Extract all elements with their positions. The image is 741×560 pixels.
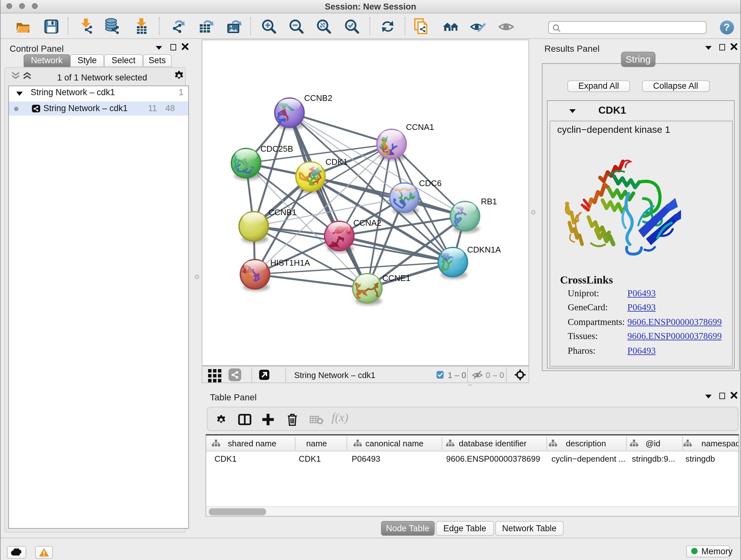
svg-text:CDKN1A: CDKN1A <box>467 245 501 254</box>
svg-text:CCNA2: CCNA2 <box>353 218 381 227</box>
svg-text:CDC25B: CDC25B <box>260 144 293 153</box>
svg-text:CCNE1: CCNE1 <box>382 273 410 283</box>
svg-text:CCNB1: CCNB1 <box>268 207 296 217</box>
svg-text:CCNA1: CCNA1 <box>406 122 434 132</box>
svg-text:CDC6: CDC6 <box>419 178 441 188</box>
svg-text:HIST1H1A: HIST1H1A <box>270 258 310 267</box>
svg-text:CDK1: CDK1 <box>325 157 347 166</box>
svg-text:CCNB2: CCNB2 <box>304 93 332 103</box>
svg-text:RB1: RB1 <box>481 196 497 206</box>
